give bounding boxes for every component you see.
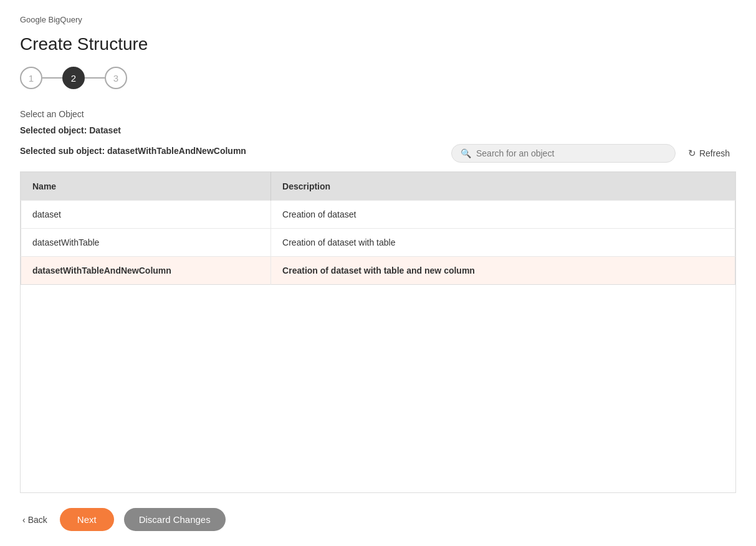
table-cell-name: dataset (21, 201, 271, 229)
selected-sub-object-label: Selected sub object: datasetWithTableAnd… (20, 146, 246, 156)
step-1: 1 (20, 67, 42, 89)
selected-object-info: Selected object: Dataset (20, 125, 736, 135)
bottom-bar: ‹ Back Next Discard Changes (20, 493, 736, 531)
search-icon: 🔍 (461, 148, 471, 158)
table-row[interactable]: datasetCreation of dataset (21, 201, 735, 229)
col-header-name: Name (21, 173, 271, 201)
breadcrumb-link[interactable]: Google BigQuery (20, 15, 82, 24)
search-input[interactable] (476, 148, 666, 158)
breadcrumb: Google BigQuery (20, 15, 736, 24)
table-header-row: Name Description (21, 173, 735, 201)
table-cell-description: Creation of dataset with table and new c… (271, 257, 735, 285)
col-header-description: Description (271, 173, 735, 201)
table-cell-name: datasetWithTableAndNewColumn (21, 257, 271, 285)
refresh-button[interactable]: ↻ Refresh (682, 144, 736, 163)
discard-button[interactable]: Discard Changes (124, 508, 226, 531)
selected-object-label: Selected object: Dataset (20, 125, 121, 135)
step-3: 3 (105, 67, 127, 89)
back-label: Back (28, 515, 47, 525)
table-row[interactable]: datasetWithTableCreation of dataset with… (21, 229, 735, 257)
page-title: Create Structure (20, 34, 736, 54)
page-container: Google BigQuery Create Structure 1 2 3 S… (0, 0, 756, 546)
section-label: Select an Object (20, 109, 736, 119)
back-button[interactable]: ‹ Back (20, 510, 50, 530)
table-cell-name: datasetWithTable (21, 229, 271, 257)
step-line-1 (42, 77, 62, 79)
search-box[interactable]: 🔍 (451, 144, 676, 163)
table-cell-description: Creation of dataset (271, 201, 735, 229)
table-row[interactable]: datasetWithTableAndNewColumnCreation of … (21, 257, 735, 285)
step-line-2 (85, 77, 105, 79)
back-chevron-icon: ‹ (22, 515, 26, 525)
table-wrapper: Name Description datasetCreation of data… (20, 171, 736, 493)
selected-sub-object-info: Selected sub object: datasetWithTableAnd… (20, 146, 246, 156)
data-table: Name Description datasetCreation of data… (21, 172, 735, 285)
toolbar-row: 🔍 ↻ Refresh (451, 140, 736, 166)
table-cell-description: Creation of dataset with table (271, 229, 735, 257)
refresh-icon: ↻ (688, 148, 696, 159)
step-2: 2 (62, 67, 85, 89)
next-button[interactable]: Next (60, 508, 114, 531)
refresh-label: Refresh (699, 148, 730, 158)
stepper: 1 2 3 (20, 67, 736, 89)
